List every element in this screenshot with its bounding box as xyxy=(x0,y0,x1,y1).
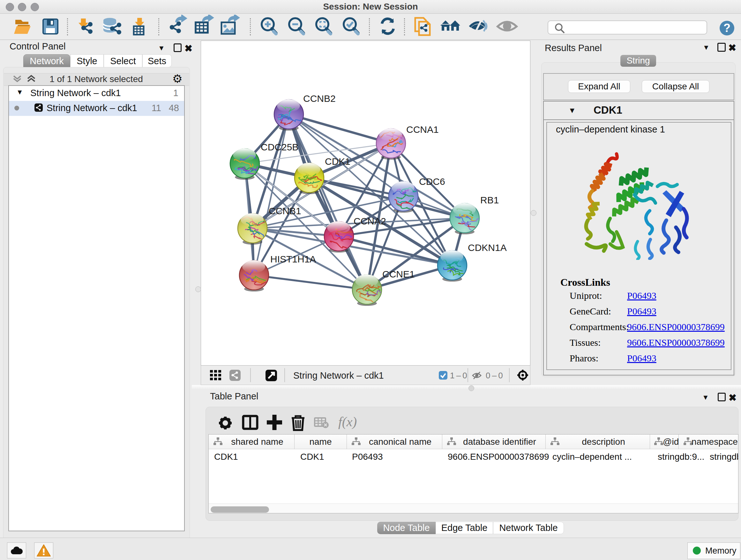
svg-text:CCNE1: CCNE1 xyxy=(382,269,415,279)
svg-text:CCNA2: CCNA2 xyxy=(354,216,386,226)
svg-text:CCNB2: CCNB2 xyxy=(303,93,336,104)
svg-text:CCNA1: CCNA1 xyxy=(406,124,439,135)
svg-text:RB1: RB1 xyxy=(480,195,499,205)
svg-text:CCNB1: CCNB1 xyxy=(269,206,301,216)
svg-text:HIST1H1A: HIST1H1A xyxy=(270,254,316,264)
svg-text:CDKN1A: CDKN1A xyxy=(468,242,507,253)
svg-text:0 – 0: 0 – 0 xyxy=(486,371,503,380)
svg-text:CDC6: CDC6 xyxy=(419,176,445,187)
svg-text:f(x): f(x) xyxy=(338,415,357,429)
svg-text:1 – 0: 1 – 0 xyxy=(450,371,467,380)
svg-text:CDK1: CDK1 xyxy=(325,156,350,167)
svg-text:String Network – cdk1: String Network – cdk1 xyxy=(293,370,384,381)
svg-text:?: ? xyxy=(724,21,731,35)
svg-text:CDC25B: CDC25B xyxy=(261,142,298,152)
